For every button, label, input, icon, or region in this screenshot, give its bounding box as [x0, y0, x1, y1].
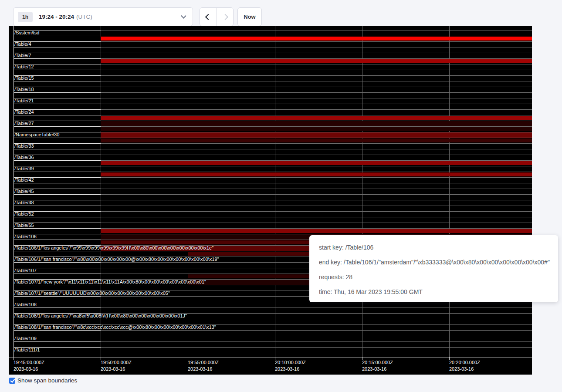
prev-range-button[interactable]: [200, 8, 217, 26]
now-button[interactable]: Now: [237, 7, 262, 26]
row-label: /Table/107/1/"seattle"/"UUUUUUD\x00\x80\…: [14, 291, 170, 296]
row-label: /Table/24: [14, 109, 34, 115]
tooltip-end-key: end key: /Table/106/1/"amsterdam"/"\xb33…: [319, 255, 550, 270]
tooltip-time: time: Thu, 16 Mar 2023 19:55:00 GMT: [319, 284, 550, 299]
row-label: /Table/108/1/"los angeles"/"\xa8\xf5\u00…: [14, 313, 187, 319]
chevron-down-icon: [181, 13, 186, 19]
axis-tick-label: 19:55:00.000Z2023-03-16: [188, 359, 219, 372]
span-tooltip: start key: /Table/106 end key: /Table/10…: [309, 235, 558, 302]
heat-band: [101, 229, 532, 233]
show-span-boundaries-control[interactable]: Show span boundaries: [9, 377, 77, 384]
row-label: /Table/109: [14, 336, 37, 341]
tooltip-start-key: start key: /Table/106: [319, 240, 550, 255]
chart-left-boundary: [14, 26, 14, 357]
time-nav-group: [200, 7, 234, 26]
horizontal-gridlines: [14, 30, 532, 358]
row-label: /Table/108/1/"san francisco"/"\x8c\xcc\x…: [14, 324, 216, 330]
row-label: /Table/36: [14, 155, 34, 160]
time-range-label: 19:24 - 20:24: [39, 14, 74, 20]
row-label: /System/tsd: [14, 30, 39, 36]
show-span-boundaries-label: Show span boundaries: [17, 377, 77, 384]
heat-band: [101, 161, 532, 165]
chevron-right-icon: [222, 14, 228, 20]
time-gridline: [188, 26, 188, 357]
row-label: /Table/111/1: [14, 347, 40, 353]
heat-band: [101, 116, 532, 120]
chevron-left-icon: [205, 14, 211, 20]
toolbar: 1h 19:24 - 20:24 (UTC) Now: [0, 7, 562, 26]
axis-tick-label: 20:10:00.000Z2023-03-16: [275, 359, 306, 372]
time-gridline: [362, 26, 362, 357]
row-label: /Table/21: [14, 98, 34, 104]
key-visualizer-heatmap[interactable]: /System/tsd/Table/4/Table/7/Table/12/Tab…: [9, 26, 532, 375]
row-label: /Table/18: [14, 87, 34, 92]
row-label: /Table/7: [14, 53, 31, 58]
row-label: /Table/27: [14, 121, 34, 126]
time-gridline: [101, 26, 101, 357]
timezone-label: (UTC): [76, 14, 92, 20]
heat-band: [101, 59, 532, 63]
heat-band: [101, 37, 532, 41]
row-label: /Table/108: [14, 302, 37, 308]
row-label: /Table/55: [14, 223, 34, 228]
row-label: /Table/15: [14, 75, 34, 81]
row-label: /Table/48: [14, 200, 34, 206]
axis-tick-label: 19:45:00.000Z2023-03-16: [14, 359, 44, 372]
row-label: /Table/52: [14, 211, 34, 217]
heat-band: [101, 139, 532, 142]
time-gridline: [275, 26, 275, 357]
heat-band: [101, 127, 532, 131]
axis-separator: [9, 357, 532, 358]
show-span-boundaries-checkbox[interactable]: [9, 378, 15, 384]
row-label: /Table/42: [14, 177, 34, 183]
duration-badge: 1h: [18, 12, 33, 22]
row-label: /Table/107/1/"new york"/"\x11\x11\x11\x1…: [14, 279, 206, 285]
row-label: /Table/39: [14, 166, 34, 172]
axis-tick-label: 20:20:00.000Z2023-03-16: [449, 359, 480, 372]
time-range-selector[interactable]: 1h 19:24 - 20:24 (UTC): [13, 7, 193, 26]
tooltip-requests: requests: 28: [319, 270, 550, 284]
axis-tick-label: 19:50:00.000Z2023-03-16: [101, 359, 132, 372]
axis-tick-label: 20:15:00.000Z2023-03-16: [362, 359, 393, 372]
time-gridline: [449, 26, 450, 357]
row-label: /Table/12: [14, 64, 34, 70]
heat-band-fill: [101, 132, 532, 138]
row-label: /Table/33: [14, 143, 34, 149]
row-label: /Table/45: [14, 189, 34, 194]
heat-band-fill: [101, 121, 532, 126]
row-label: /Table/106/1/"los angeles"/"\x99\x99\x99…: [14, 245, 213, 251]
next-range-button[interactable]: [217, 8, 233, 26]
row-label: /Table/107: [14, 268, 37, 274]
heat-band: [101, 172, 532, 176]
row-label: /Table/106/1/"san francisco"/"\x80\x00\x…: [14, 257, 219, 262]
row-label: /Table/4: [14, 41, 31, 47]
row-label: /NamespaceTable/30: [14, 132, 59, 138]
row-label: /Table/106: [14, 234, 37, 240]
